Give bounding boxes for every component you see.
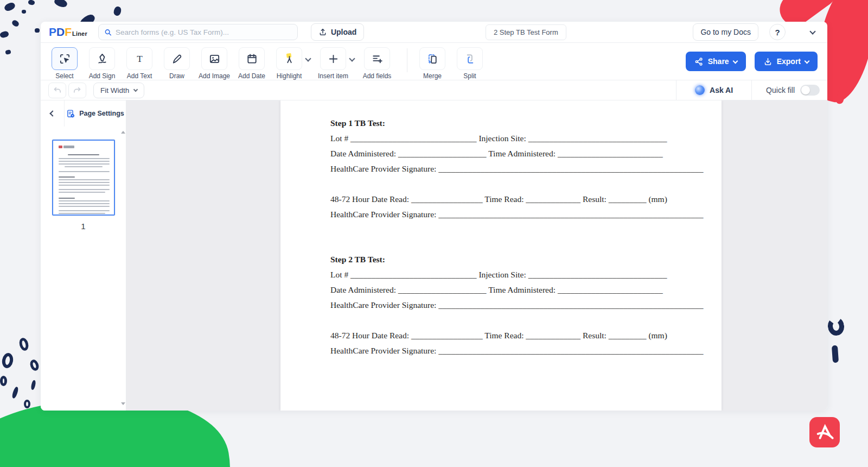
split-label: Split: [463, 72, 476, 80]
sidebar-top-bar: Page Settings: [41, 100, 126, 127]
insert-item-tool[interactable]: Insert item: [320, 47, 346, 80]
pdfliner-logo[interactable]: PDFLiner: [49, 26, 87, 39]
form-line: HealthCare Provider Signature: _________…: [330, 207, 682, 222]
highlight-label: Highlight: [277, 72, 302, 80]
svg-text:T: T: [137, 53, 143, 64]
highlight-icon: [276, 47, 302, 70]
redo-button[interactable]: [68, 83, 86, 98]
form-line: Lot # ______________________________ Inj…: [330, 267, 682, 282]
content-area: Page Settings: [41, 100, 827, 411]
doodle-dot: [113, 6, 122, 17]
sub-toolbar-right: Ask AI Quick fill: [676, 80, 827, 100]
split-icon: [457, 47, 483, 70]
add-date-tool[interactable]: Add Date: [239, 47, 265, 80]
share-label: Share: [708, 57, 729, 66]
merge-tool[interactable]: Merge: [419, 47, 445, 80]
doodle-ring: [1, 352, 15, 369]
form-section: Step 1 TB Test:Lot # ___________________…: [330, 116, 682, 222]
select-tool[interactable]: Select: [52, 47, 78, 80]
add-image-icon: [201, 47, 227, 70]
search-input[interactable]: [116, 28, 292, 36]
add-fields-label: Add fields: [363, 72, 392, 80]
export-label: Export: [777, 57, 801, 66]
quick-fill-control: Quick fill: [752, 80, 827, 100]
upload-button[interactable]: Upload: [311, 23, 364, 41]
form-line: Lot # ______________________________ Inj…: [330, 131, 682, 146]
form-line: 48-72 Hour Date Read: _________________ …: [330, 328, 682, 343]
document-content: Step 1 TB Test:Lot # ___________________…: [280, 100, 682, 358]
doodle-ring: [0, 376, 7, 386]
chevron-down-icon: [133, 87, 138, 91]
document-title: 2 Step TB Test Form: [486, 24, 566, 40]
go-to-docs-label: Go to my Docs: [700, 28, 751, 36]
go-to-docs-button[interactable]: Go to my Docs: [693, 23, 758, 41]
doodle-dot: [3, 1, 16, 12]
form-line: HealthCare Provider Signature: _________…: [330, 343, 682, 358]
add-sign-tool[interactable]: Add Sign: [89, 47, 115, 80]
split-tool[interactable]: Split: [457, 47, 483, 80]
share-icon: [694, 57, 704, 66]
select-icon: [52, 47, 78, 70]
doodle-dot: [28, 0, 35, 5]
toolbar-tools: SelectAdd SignTAdd TextDrawAdd ImageAdd …: [52, 47, 494, 80]
page-settings-icon: [66, 109, 75, 118]
collapse-sidebar-button[interactable]: [41, 100, 65, 127]
merge-icon: [419, 47, 445, 70]
doodle-ring: [29, 358, 40, 372]
chevron-down-icon[interactable]: [305, 55, 311, 61]
zoom-select[interactable]: Fit Width: [93, 83, 144, 98]
document-page[interactable]: Step 1 TB Test:Lot # ___________________…: [280, 100, 722, 411]
upload-icon: [318, 28, 327, 36]
ask-ai-button[interactable]: Ask AI: [676, 80, 751, 100]
logo-letter: F: [65, 26, 72, 39]
doodle-ring: [24, 400, 30, 408]
pages-sidebar: Page Settings: [41, 100, 126, 411]
add-date-icon: [239, 47, 265, 70]
undo-icon: [53, 86, 62, 95]
document-canvas: Step 1 TB Test:Lot # ___________________…: [126, 100, 827, 411]
toolbar-right: Share Export: [686, 52, 818, 71]
add-image-tool[interactable]: Add Image: [201, 47, 227, 80]
add-text-label: Add Text: [127, 72, 152, 80]
page-thumbnail-wrap: 1: [41, 140, 126, 231]
ask-ai-label: Ask AI: [710, 86, 733, 94]
logo-letter: P: [49, 26, 56, 39]
page-thumbnail[interactable]: [52, 140, 115, 216]
add-date-label: Add Date: [238, 72, 265, 80]
search-form[interactable]: [98, 24, 298, 40]
scroll-down-icon[interactable]: [121, 402, 125, 405]
insert-item-label: Insert item: [318, 72, 348, 80]
doodle-dot: [22, 10, 26, 14]
quick-fill-label: Quick fill: [766, 86, 795, 94]
undo-button[interactable]: [48, 83, 66, 98]
share-button[interactable]: Share: [686, 52, 746, 71]
add-fields-icon: [364, 47, 390, 70]
page-settings-button[interactable]: Page Settings: [65, 109, 126, 118]
chevron-down-icon[interactable]: [349, 55, 355, 61]
draw-tool[interactable]: Draw: [164, 47, 190, 80]
select-label: Select: [55, 72, 73, 80]
help-button[interactable]: ?: [769, 24, 786, 40]
doodle-ring: [18, 337, 30, 351]
sidebar-scrollbar[interactable]: [120, 127, 125, 408]
section-heading: Step 2 TB Test:: [330, 252, 682, 267]
logo-letter: D: [56, 26, 65, 39]
ai-orb-icon: [695, 85, 705, 95]
add-fields-tool[interactable]: Add fields: [364, 47, 390, 80]
quick-fill-toggle[interactable]: [800, 85, 820, 96]
form-line: Date Administered: _____________________…: [330, 282, 682, 298]
pdf-glyph-icon: [814, 421, 835, 443]
chevron-down-icon: [732, 58, 738, 64]
toolbar-divider: [407, 48, 407, 72]
scroll-up-icon[interactable]: [121, 131, 125, 134]
doodle-dot: [0, 30, 9, 39]
export-button[interactable]: Export: [755, 52, 818, 71]
doodle-dot: [5, 49, 11, 55]
page-settings-label: Page Settings: [79, 110, 124, 117]
export-icon: [763, 57, 773, 66]
app-window: PDFLiner Upload 2 Step TB Test Form Go t…: [41, 22, 827, 411]
chevron-down-icon: [805, 58, 810, 64]
chevron-down-icon[interactable]: [809, 28, 815, 34]
add-text-tool[interactable]: TAdd Text: [126, 47, 152, 80]
highlight-tool[interactable]: Highlight: [276, 47, 302, 80]
